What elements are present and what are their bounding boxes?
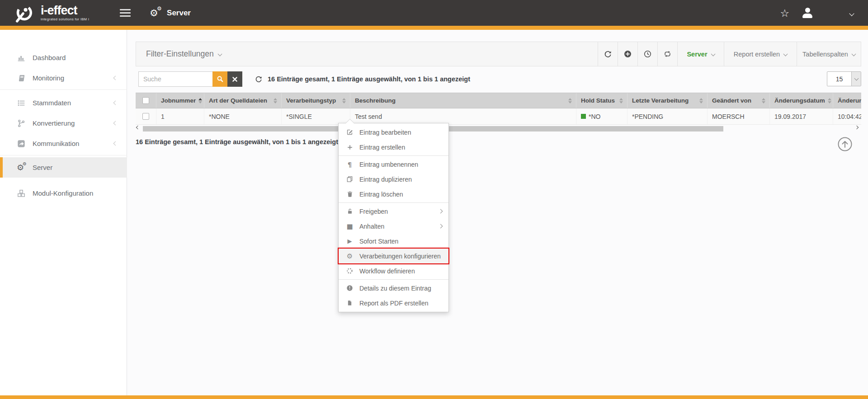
table-row[interactable]: 1 *NONE *SINGLE Test send *NO *PENDING M…: [136, 108, 861, 125]
sidebar-item-kommunikation[interactable]: Kommunikation: [0, 133, 127, 154]
file-icon: [346, 300, 354, 306]
column-label: Letzte Verarbeitung: [632, 97, 689, 104]
brand-logo[interactable]: i-effect integrated solutions for IBM i: [12, 4, 89, 23]
menu-item-verarbeitungen-konfigurieren[interactable]: ⚙ Verarbeitungen konfigurieren: [339, 249, 448, 263]
chevron-collapsed-icon: [113, 76, 118, 80]
sidebar-item-monitoring[interactable]: Monitoring: [0, 68, 127, 88]
cell-verarbeitungstyp: *SINGLE: [282, 108, 350, 124]
column-label: Geändert von: [712, 97, 751, 104]
history-icon: [644, 50, 651, 58]
sidebar-item-konvertierung[interactable]: Konvertierung: [0, 113, 127, 133]
sidebar-item-label: Konvertierung: [33, 119, 75, 127]
chevron-down-icon: [711, 52, 715, 56]
hold-status-value: *NO: [589, 113, 600, 120]
info-icon: [346, 285, 354, 291]
sidebar-item-modul-konfiguration[interactable]: Modul-Konfiguration: [0, 183, 127, 203]
column-header-verarbeitungstyp[interactable]: Verarbeitungstyp: [282, 93, 350, 108]
menu-divider: [339, 202, 448, 203]
sidebar-item-dashboard[interactable]: Dashboard: [0, 47, 127, 68]
history-button[interactable]: [637, 42, 657, 66]
sidebar-item-server[interactable]: ⚙⚙ Server: [0, 157, 127, 178]
column-label: Hold Status: [581, 97, 615, 104]
entries-summary-bottom: 16 Einträge gesamt, 1 Einträge ausgewähl…: [136, 138, 338, 146]
entries-summary-top: 16 Einträge gesamt, 1 Einträge ausgewähl…: [268, 75, 470, 83]
jobs-table: Jobnummer Art der Quelldateien Verarbeit…: [136, 93, 861, 125]
menu-item-report-als-pdf-erstellen[interactable]: Report als PDF erstellen: [339, 296, 448, 310]
chevron-collapsed-icon: [113, 141, 118, 146]
accent-bar-bottom: [0, 395, 868, 399]
report-erstellen-dropdown[interactable]: Report erstellen: [724, 42, 797, 66]
column-header-art-der-quelldateien[interactable]: Art der Quelldateien: [204, 93, 282, 108]
menu-divider: [339, 155, 448, 156]
chevron-down-icon: [851, 52, 856, 56]
column-header-jobnummer[interactable]: Jobnummer: [156, 93, 204, 108]
close-icon: [232, 76, 238, 82]
cell-aenderungszeit: 10:04:42: [833, 108, 861, 124]
sort-icon: [697, 98, 707, 103]
page-size-select[interactable]: 15: [827, 71, 861, 86]
menu-item-eintrag-umbenennen[interactable]: ¶ Eintrag umbenennen: [339, 157, 448, 172]
app-root: i-effect integrated solutions for IBM i …: [0, 0, 868, 399]
menu-item-eintrag-erstellen[interactable]: Eintrag erstellen: [339, 140, 448, 155]
menu-item-label: Sofort Starten: [359, 238, 398, 245]
page-title: Server: [167, 9, 191, 18]
arrow-up-circle-icon: [837, 136, 853, 152]
search-icon: [217, 75, 224, 83]
chevron-right-icon: [439, 224, 443, 229]
scroll-right-icon[interactable]: [855, 126, 858, 129]
menu-item-eintrag-loeschen[interactable]: Eintrag löschen: [339, 187, 448, 202]
column-label: Verarbeitungstyp: [286, 97, 336, 104]
repeat-button[interactable]: [657, 42, 677, 66]
sidebar-item-label: Server: [33, 164, 52, 171]
menu-item-label: Report als PDF erstellen: [359, 300, 429, 307]
column-header-aenderungsdatum[interactable]: Änderungsdatum: [770, 93, 833, 108]
topbar-chevron-down-icon[interactable]: [850, 9, 854, 17]
branch-icon: [17, 119, 26, 127]
favorite-star-icon[interactable]: ☆: [780, 7, 789, 19]
tabellenspalten-dropdown[interactable]: Tabellenspalten: [797, 42, 861, 66]
menu-item-anhalten[interactable]: ■ Anhalten: [339, 219, 448, 234]
row-checkbox[interactable]: [142, 113, 149, 120]
menu-toggle-icon[interactable]: [120, 7, 131, 19]
menu-item-label: Freigeben: [359, 208, 388, 215]
menu-item-sofort-starten[interactable]: ▶ Sofort Starten: [339, 234, 448, 249]
column-header-hold-status[interactable]: Hold Status: [576, 93, 627, 108]
row-select-cell: [136, 108, 156, 124]
user-profile-icon[interactable]: [802, 8, 813, 18]
sidebar-item-stammdaten[interactable]: Stammdaten: [0, 93, 127, 113]
edit-icon: [346, 129, 354, 136]
column-header-geaendert-von[interactable]: Geändert von: [708, 93, 770, 108]
scroll-left-icon[interactable]: [137, 126, 139, 129]
pilcrow-icon: ¶: [346, 161, 354, 168]
clear-search-button[interactable]: [227, 71, 242, 87]
scroll-to-top-button[interactable]: [837, 136, 853, 152]
add-button[interactable]: [618, 42, 637, 66]
cell-geaendert-von: MOERSCH: [708, 108, 770, 124]
search-input[interactable]: [138, 71, 212, 87]
cell-letzte-verarbeitung: *PENDING: [627, 108, 708, 124]
menu-item-workflow-definieren[interactable]: Workflow definieren: [339, 263, 448, 278]
refresh-icon: [604, 50, 612, 58]
sort-icon: [617, 98, 627, 103]
menu-item-freigeben[interactable]: Freigeben: [339, 204, 448, 219]
refresh-button[interactable]: [598, 42, 618, 66]
filter-settings-dropdown[interactable]: Filter-Einstellungen: [146, 49, 222, 59]
brand-swoosh-icon: [12, 4, 36, 23]
menu-item-eintrag-bearbeiten[interactable]: Eintrag bearbeiten: [339, 125, 448, 140]
main-content: Filter-Einstellungen: [136, 30, 861, 395]
lock-icon: [346, 208, 354, 215]
sidebar-divider: [0, 89, 127, 90]
menu-item-details-zu-diesem-eintrag[interactable]: Details zu diesem Eintrag: [339, 281, 448, 296]
server-dropdown[interactable]: Server: [677, 42, 724, 66]
menu-item-eintrag-duplizieren[interactable]: Eintrag duplizieren: [339, 172, 448, 187]
column-header-letzte-verarbeitung[interactable]: Letzte Verarbeitung: [627, 93, 708, 108]
accent-bar-top: [0, 26, 868, 30]
column-header-aenderungszeit[interactable]: Änderungszeit: [833, 93, 861, 108]
column-header-beschreibung[interactable]: Beschreibung: [350, 93, 576, 108]
spinner-icon: [346, 268, 354, 274]
column-label: Art der Quelldateien: [209, 97, 267, 104]
select-all-checkbox[interactable]: [142, 97, 149, 104]
summary-refresh-icon[interactable]: [255, 75, 262, 83]
table-header-row: Jobnummer Art der Quelldateien Verarbeit…: [136, 93, 861, 108]
search-button[interactable]: [212, 71, 227, 87]
